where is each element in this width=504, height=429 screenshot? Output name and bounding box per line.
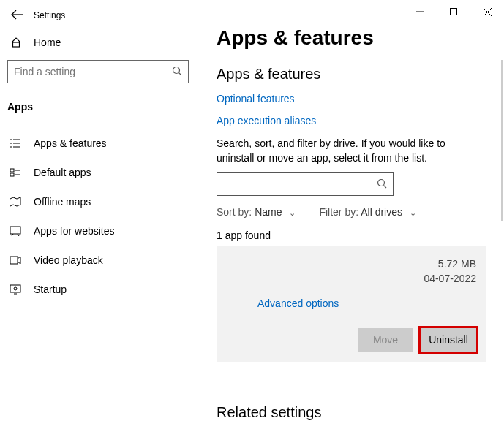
page-title: Apps & features	[217, 26, 486, 50]
sidebar-home[interactable]: Home	[6, 26, 190, 56]
sidebar-category: Apps	[6, 95, 190, 118]
app-list-item[interactable]: 5.72 MB 04-07-2022 Advanced options Move…	[217, 246, 486, 362]
websites-icon	[9, 225, 22, 237]
sidebar-item-label: Apps & features	[34, 137, 107, 149]
svg-rect-22	[10, 285, 20, 292]
sidebar-item-video-playback[interactable]: Video playback	[6, 246, 190, 275]
svg-point-25	[378, 179, 385, 186]
sidebar-item-label: Offline maps	[34, 196, 91, 208]
move-button: Move	[358, 328, 413, 352]
related-settings-title: Related settings	[217, 404, 486, 421]
back-icon[interactable]	[10, 9, 23, 22]
description-text: Search, sort, and filter by drive. If yo…	[217, 137, 480, 165]
sidebar-item-label: Startup	[34, 284, 67, 295]
chevron-down-icon: ⌄	[289, 208, 296, 217]
svg-rect-5	[13, 42, 20, 47]
main-content: Apps & features Apps & features Optional…	[196, 0, 504, 429]
link-optional-features[interactable]: Optional features	[217, 93, 486, 105]
filter-label: Filter by:	[319, 206, 358, 218]
svg-point-6	[173, 67, 180, 73]
section-title: Apps & features	[217, 66, 486, 83]
sidebar-item-label: Apps for websites	[34, 225, 115, 237]
link-execution-aliases[interactable]: App execution aliases	[217, 115, 486, 126]
uninstall-button[interactable]: Uninstall	[421, 328, 476, 352]
svg-rect-18	[10, 227, 20, 234]
sidebar-item-label: Default apps	[34, 167, 91, 178]
sidebar-item-label: Video playback	[34, 254, 103, 266]
sidebar-item-offline-maps[interactable]: Offline maps	[6, 187, 190, 216]
svg-rect-14	[10, 169, 14, 172]
sort-by-dropdown[interactable]: Sort by: Name ⌄	[217, 206, 296, 218]
svg-line-7	[179, 72, 182, 75]
defaults-icon	[9, 167, 22, 178]
filter-by-dropdown[interactable]: Filter by: All drives ⌄	[319, 206, 416, 218]
sidebar: Settings Home Apps Apps & features	[0, 0, 196, 429]
app-date: 04-07-2022	[424, 272, 476, 286]
svg-rect-21	[10, 257, 18, 264]
sort-label: Sort by:	[217, 206, 252, 218]
find-setting-input[interactable]	[14, 66, 182, 77]
svg-point-24	[14, 287, 17, 290]
search-icon	[377, 178, 387, 191]
sidebar-home-label: Home	[34, 37, 61, 48]
app-search-box[interactable]	[217, 172, 394, 196]
svg-rect-16	[10, 173, 14, 176]
search-icon	[172, 66, 182, 78]
list-icon	[9, 137, 22, 149]
map-icon	[9, 196, 22, 208]
app-count: 1 app found	[217, 229, 486, 241]
chevron-down-icon: ⌄	[410, 208, 416, 217]
sidebar-item-apps-websites[interactable]: Apps for websites	[6, 216, 190, 246]
filter-value: All drives	[361, 206, 402, 218]
link-advanced-options[interactable]: Advanced options	[257, 297, 476, 309]
sidebar-item-apps-features[interactable]: Apps & features	[6, 129, 190, 158]
find-setting-search[interactable]	[7, 60, 189, 83]
startup-icon	[9, 284, 22, 295]
svg-line-26	[384, 185, 387, 188]
video-icon	[9, 254, 22, 266]
app-size: 5.72 MB	[424, 257, 476, 272]
scrollbar[interactable]	[501, 60, 503, 221]
sidebar-item-startup[interactable]: Startup	[6, 275, 190, 304]
home-icon	[10, 37, 22, 48]
sidebar-item-default-apps[interactable]: Default apps	[6, 158, 190, 187]
sort-value: Name	[255, 206, 282, 218]
window-title: Settings	[34, 10, 65, 20]
